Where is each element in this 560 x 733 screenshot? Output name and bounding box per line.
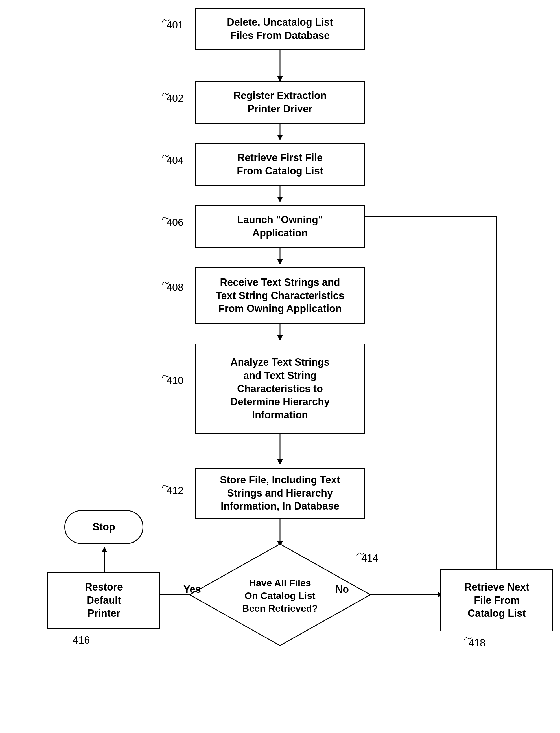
node-412: Store File, Including TextStrings and Hi… [195,468,365,518]
node-418: Retrieve NextFile FromCatalog List [440,569,553,631]
svg-marker-22 [102,547,107,552]
label-404-curve [161,152,170,161]
label-418-curve [463,635,472,643]
node-408: Receive Text Strings andText String Char… [195,268,365,324]
svg-text:Have All Files: Have All Files [249,577,311,588]
yes-label: Yes [183,583,201,595]
svg-marker-5 [277,197,283,203]
svg-text:On Catalog List: On Catalog List [244,590,315,601]
svg-marker-9 [277,335,283,341]
svg-marker-11 [277,459,283,465]
no-label: No [335,583,349,595]
node-stop: Stop [64,510,143,544]
node-402: Register ExtractionPrinter Driver [195,81,365,124]
label-414-curve [356,550,365,559]
svg-marker-3 [277,135,283,141]
label-406-curve [161,215,170,223]
label-402-curve [161,90,170,99]
svg-marker-7 [277,259,283,265]
node-406: Launch "Owning"Application [195,205,365,248]
label-416: 416 [73,634,90,646]
svg-marker-1 [277,76,283,82]
node-416: RestoreDefaultPrinter [47,572,160,629]
node-401: Delete, Uncatalog ListFiles From Databas… [195,8,365,50]
flowchart-diagram: Delete, Uncatalog ListFiles From Databas… [0,0,560,733]
label-410-curve [161,372,170,381]
label-408-curve [161,279,170,288]
label-412-curve [161,482,170,491]
node-410: Analyze Text Stringsand Text StringChara… [195,344,365,434]
svg-text:Been Retrieved?: Been Retrieved? [242,603,318,614]
node-404: Retrieve First FileFrom Catalog List [195,143,365,186]
label-401-curve [161,17,170,25]
